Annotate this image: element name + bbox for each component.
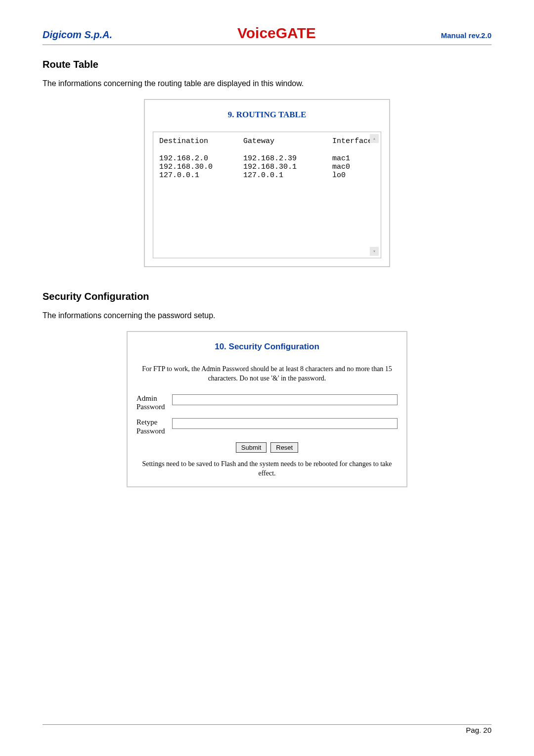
cell-interface: mac0 [332, 163, 372, 171]
cell-interface: lo0 [332, 171, 372, 180]
security-footer-note: Settings need to be saved to Flash and t… [136, 460, 398, 478]
cell-gateway: 192.168.30.1 [243, 163, 332, 171]
security-panel-title: 10. Security Configuration [136, 342, 398, 352]
product-name: VoiceGATE [237, 25, 316, 42]
security-heading: Security Configuration [43, 291, 491, 302]
company-name: Digicom S.p.A. [43, 29, 112, 41]
routing-table-panel: 9. ROUTING TABLE Destination Gateway Int… [144, 99, 390, 267]
cell-interface: mac1 [332, 154, 372, 163]
admin-password-row: Admin Password [136, 394, 398, 412]
retype-label-line2: Password [136, 427, 172, 435]
page-number: Pag. 20 [43, 724, 491, 734]
admin-password-label: Admin Password [136, 394, 172, 412]
routing-panel-title: 9. ROUTING TABLE [153, 110, 381, 120]
admin-password-input[interactable] [172, 394, 398, 405]
admin-label-line1: Admin [136, 394, 172, 403]
cell-gateway: 192.168.2.39 [243, 154, 332, 163]
retype-password-label: Retype Password [136, 418, 172, 435]
cell-destination: 127.0.0.1 [159, 171, 243, 180]
submit-button[interactable]: Submit [236, 442, 267, 453]
reset-button[interactable]: Reset [270, 442, 298, 453]
retype-password-input[interactable] [172, 418, 398, 429]
route-table-intro: The informations concerning the routing … [43, 79, 491, 88]
cell-destination: 192.168.2.0 [159, 154, 243, 163]
table-row: 127.0.0.1 127.0.0.1 lo0 [159, 171, 375, 180]
route-table-heading: Route Table [43, 59, 491, 70]
routing-table-box: Destination Gateway Interface 192.168.2.… [153, 132, 381, 258]
admin-label-line2: Password [136, 403, 172, 411]
routing-columns: Destination Gateway Interface [159, 137, 375, 145]
retype-label-line1: Retype [136, 418, 172, 426]
security-intro: The informations concerning the password… [43, 311, 491, 320]
table-row: 192.168.2.0 192.168.2.39 mac1 [159, 154, 375, 163]
col-interface: Interface [332, 137, 372, 145]
table-row: 192.168.30.0 192.168.30.1 mac0 [159, 163, 375, 171]
manual-revision: Manual rev.2.0 [441, 31, 491, 40]
col-gateway: Gateway [243, 137, 332, 145]
col-destination: Destination [159, 137, 243, 145]
security-buttons: Submit Reset [136, 442, 398, 453]
scroll-down-icon: ▾ [370, 247, 379, 256]
security-config-panel: 10. Security Configuration For FTP to wo… [127, 331, 407, 487]
cell-destination: 192.168.30.0 [159, 163, 243, 171]
page-header: Digicom S.p.A. VoiceGATE Manual rev.2.0 [43, 25, 491, 45]
security-note: For FTP to work, the Admin Password shou… [136, 365, 398, 383]
cell-gateway: 127.0.0.1 [243, 171, 332, 180]
retype-password-row: Retype Password [136, 418, 398, 435]
